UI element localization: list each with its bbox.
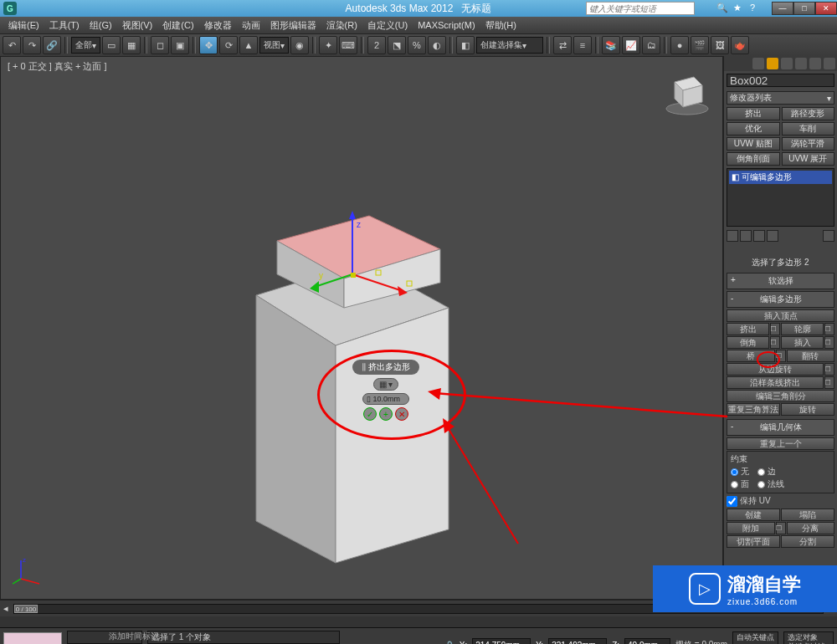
align-button[interactable]: ≡ bbox=[573, 36, 592, 54]
btn-slice-plane[interactable]: 切割平面 bbox=[727, 535, 780, 548]
btn-pathdeform-preset[interactable]: 路径变形 bbox=[782, 107, 835, 120]
favorites-icon[interactable]: ★ bbox=[733, 3, 745, 14]
menu-maxscript[interactable]: MAXScript(M) bbox=[413, 20, 480, 30]
btn-repeat-last[interactable]: 重复上一个 bbox=[727, 437, 834, 450]
rollout-edit-geometry[interactable]: 编辑几何体 bbox=[727, 419, 834, 436]
tab-motion[interactable] bbox=[795, 58, 807, 69]
snap-angle-button[interactable]: ⬔ bbox=[388, 36, 406, 54]
coord-x-input[interactable] bbox=[472, 638, 531, 644]
scale-button[interactable]: ▲ bbox=[239, 36, 258, 54]
tab-modify[interactable] bbox=[767, 58, 778, 69]
snap-percent-button[interactable]: % bbox=[408, 36, 426, 54]
menu-create[interactable]: 创建(C) bbox=[157, 19, 198, 32]
maximize-button[interactable]: □ bbox=[793, 2, 815, 15]
tab-create[interactable] bbox=[752, 58, 764, 69]
named-sel-dropdown[interactable]: 创建选择集 ▾ bbox=[476, 37, 543, 54]
btn-split[interactable]: 分割 bbox=[781, 535, 834, 548]
btn-turn[interactable]: 旋转 bbox=[781, 403, 834, 416]
infocenter-icon[interactable]: 🔍 bbox=[716, 3, 728, 14]
btn-hinge-from-edge[interactable]: 从边旋转 bbox=[727, 363, 824, 376]
material-preview[interactable] bbox=[3, 632, 62, 644]
manipulate-button[interactable]: ✦ bbox=[319, 36, 337, 54]
btn-uvwunwrap-preset[interactable]: UVW 展开 bbox=[782, 152, 835, 166]
schematic-button[interactable]: 🗂 bbox=[642, 36, 660, 54]
snap-2d-button[interactable]: 2 bbox=[367, 36, 386, 54]
btn-attach[interactable]: 附加 bbox=[727, 522, 775, 534]
btn-outline-settings[interactable]: □ bbox=[824, 323, 834, 335]
caddy-apply-continue-button[interactable]: + bbox=[379, 407, 393, 421]
undo-button[interactable]: ↶ bbox=[3, 36, 21, 54]
coord-z-input[interactable] bbox=[624, 638, 670, 644]
timeline-prev[interactable]: ◂ bbox=[3, 603, 8, 614]
caddy-height-input[interactable]: ▯ 10.0mm bbox=[362, 393, 409, 405]
radio-face[interactable]: 面 bbox=[731, 478, 749, 490]
select-by-name-button[interactable]: ▦ bbox=[122, 36, 141, 54]
menu-tools[interactable]: 工具(T) bbox=[44, 19, 85, 32]
lock-icon[interactable]: 🔒 bbox=[444, 641, 454, 645]
check-preserve-uv[interactable]: 保持 UV bbox=[727, 495, 834, 507]
modifier-list-dropdown[interactable]: 修改器列表▾ bbox=[727, 91, 834, 105]
caddy-cancel-button[interactable]: ✕ bbox=[395, 407, 408, 421]
link-button[interactable]: 🔗 bbox=[43, 36, 61, 54]
btn-extrude-along-spline[interactable]: 沿样条线挤出 bbox=[727, 376, 824, 389]
btn-bevel[interactable]: 倒角 bbox=[727, 336, 769, 349]
pivot-button[interactable]: ◉ bbox=[290, 36, 309, 54]
select-rect-button[interactable]: ◻ bbox=[151, 36, 169, 54]
btn-flip[interactable]: 翻转 bbox=[787, 350, 835, 362]
keyboard-shortcut-button[interactable]: ⌨ bbox=[339, 36, 357, 54]
curve-editor-button[interactable]: 📈 bbox=[622, 36, 640, 54]
minimize-button[interactable]: — bbox=[772, 2, 793, 15]
viewport-label[interactable]: [ + 0 正交 ] 真实 + 边面 ] bbox=[8, 60, 107, 73]
redo-button[interactable]: ↷ bbox=[23, 36, 41, 54]
btn-lathe-preset[interactable]: 车削 bbox=[782, 122, 835, 135]
named-sel-button[interactable]: ◧ bbox=[456, 36, 475, 54]
caddy-type-button[interactable]: ▦ ▾ bbox=[373, 378, 399, 391]
btn-hinge-settings[interactable]: □ bbox=[824, 363, 834, 376]
btn-create[interactable]: 创建 bbox=[727, 509, 780, 521]
btn-optimize-preset[interactable]: 优化 bbox=[727, 122, 780, 135]
btn-extrude[interactable]: 挤出 bbox=[727, 323, 769, 335]
tab-hierarchy[interactable] bbox=[781, 58, 793, 69]
help-icon[interactable]: ? bbox=[750, 3, 762, 14]
btn-bridge-settings[interactable]: □ bbox=[776, 350, 786, 362]
rollout-soft-selection[interactable]: 软选择 bbox=[727, 273, 834, 289]
tab-utilities[interactable] bbox=[824, 58, 835, 69]
stack-item-editpoly[interactable]: ◧ 可编辑多边形 bbox=[729, 171, 832, 184]
object-name-input[interactable] bbox=[727, 74, 834, 87]
btn-insert-vertex[interactable]: 插入顶点 bbox=[727, 309, 834, 322]
selection-filter[interactable]: 全部 ▾ bbox=[71, 37, 100, 54]
btn-extrude-settings[interactable]: □ bbox=[770, 323, 780, 335]
menu-animation[interactable]: 动画 bbox=[237, 19, 265, 32]
render-button[interactable]: 🫖 bbox=[731, 36, 749, 54]
tab-display[interactable] bbox=[809, 58, 821, 69]
menu-customize[interactable]: 自定义(U) bbox=[362, 19, 413, 32]
time-slider-thumb[interactable]: 0 / 100 bbox=[14, 605, 38, 613]
menu-grapheditors[interactable]: 图形编辑器 bbox=[265, 19, 321, 32]
render-frame-button[interactable]: 🖼 bbox=[711, 36, 729, 54]
btn-edit-tri[interactable]: 编辑三角剖分 bbox=[727, 390, 834, 402]
coord-y-input[interactable] bbox=[548, 638, 607, 644]
btn-extrude-preset[interactable]: 挤出 bbox=[727, 107, 780, 120]
btn-collapse[interactable]: 塌陷 bbox=[781, 509, 834, 521]
btn-uvwmap-preset[interactable]: UVW 贴图 bbox=[727, 137, 780, 151]
stack-pin-button[interactable] bbox=[727, 230, 738, 242]
btn-bevelprofile-preset[interactable]: 倒角剖面 bbox=[727, 152, 780, 166]
btn-inset[interactable]: 插入 bbox=[781, 336, 824, 349]
radio-edge[interactable]: 边 bbox=[757, 466, 776, 478]
mirror-button[interactable]: ⇄ bbox=[553, 36, 572, 54]
rotate-button[interactable]: ⟳ bbox=[219, 36, 238, 54]
spinner-snap-button[interactable]: ◐ bbox=[428, 36, 446, 54]
stack-remove-button[interactable] bbox=[767, 230, 778, 242]
select-object-button[interactable]: ▭ bbox=[102, 36, 121, 54]
menu-help[interactable]: 帮助(H) bbox=[480, 19, 521, 32]
stack-show-button[interactable] bbox=[740, 230, 752, 242]
btn-outline[interactable]: 轮廓 bbox=[781, 323, 824, 335]
menu-rendering[interactable]: 渲染(R) bbox=[321, 19, 362, 32]
btn-attach-list[interactable]: □ bbox=[776, 522, 786, 534]
btn-turbosmooth-preset[interactable]: 涡轮平滑 bbox=[782, 137, 835, 151]
rollout-edit-poly[interactable]: 编辑多边形 bbox=[727, 291, 834, 308]
menu-modifiers[interactable]: 修改器 bbox=[199, 19, 237, 32]
radio-none[interactable]: 无 bbox=[731, 466, 749, 478]
view-cube[interactable] bbox=[662, 67, 712, 117]
btn-detach[interactable]: 分离 bbox=[787, 522, 835, 534]
